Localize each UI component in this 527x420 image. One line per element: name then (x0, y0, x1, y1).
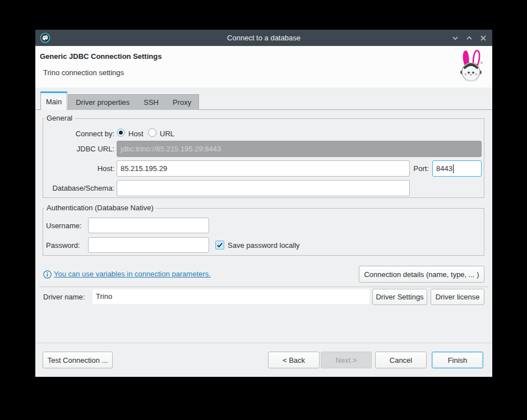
port-input[interactable]: 8443 (432, 160, 482, 177)
back-button[interactable]: < Back (268, 352, 320, 368)
host-label: Host: (46, 164, 114, 173)
window-controls (451, 30, 487, 46)
titlebar[interactable]: Connect to a database (35, 30, 492, 46)
tab-group-inactive: Driver properties SSH Proxy (68, 94, 199, 110)
radio-host[interactable] (117, 128, 125, 137)
minimize-icon[interactable] (451, 34, 459, 42)
connect-dialog: Connect to a database Generic JDBC Conne… (35, 30, 492, 377)
username-label: Username: (46, 221, 82, 230)
tab-proxy[interactable]: Proxy (173, 98, 191, 107)
finish-button[interactable]: Finish (432, 352, 483, 368)
page-title: Generic JDBC Connection Settings (40, 52, 161, 61)
tab-main[interactable]: Main (40, 91, 67, 110)
page-subtitle: Trino connection settings (43, 68, 124, 77)
authentication-group: Authentication (Database Native) Usernam… (43, 208, 484, 256)
radio-host-label[interactable]: Host (128, 130, 144, 138)
connect-by-label: Connect by: (46, 130, 114, 138)
port-label: Port: (408, 164, 429, 173)
separator (35, 343, 492, 343)
driver-settings-button[interactable]: Driver Settings (372, 289, 427, 305)
tab-bar: Main Driver properties SSH Proxy (40, 91, 199, 110)
jdbc-url-label: JDBC URL: (46, 145, 114, 153)
host-input[interactable] (117, 160, 410, 177)
radio-url[interactable] (148, 128, 156, 137)
separator (39, 287, 488, 287)
password-input[interactable] (88, 237, 209, 253)
desktop-background: Connect to a database Generic JDBC Conne… (0, 0, 527, 420)
wizard-header: Generic JDBC Connection Settings Trino c… (35, 46, 492, 87)
maximize-icon[interactable] (465, 34, 473, 42)
cancel-button[interactable]: Cancel (375, 352, 427, 368)
username-input[interactable] (88, 218, 209, 233)
next-button: Next > (321, 352, 372, 368)
test-connection-button[interactable]: Test Connection ... (43, 352, 113, 368)
general-legend: General (44, 114, 75, 122)
info-icon (43, 270, 52, 279)
check-icon (216, 242, 223, 248)
database-label: Database/Schema: (46, 184, 114, 192)
driver-name-label: Driver name: (43, 293, 85, 301)
close-icon[interactable] (479, 34, 487, 42)
driver-name-field: Trino (93, 289, 369, 304)
driver-license-button[interactable]: Driver license (431, 289, 484, 305)
variables-link[interactable]: You can use variables in connection para… (54, 270, 211, 278)
connection-details-button[interactable]: Connection details (name, type, ... ) (359, 266, 484, 283)
text-caret (453, 164, 454, 173)
jdbc-url-field: jdbc:trino://85.215.195.29:8443 (117, 141, 482, 157)
authentication-legend: Authentication (Database Native) (44, 204, 156, 212)
radio-url-label[interactable]: URL (160, 130, 174, 138)
tab-driver-properties[interactable]: Driver properties (76, 98, 130, 107)
save-password-label[interactable]: Save password locally (228, 241, 300, 250)
database-input[interactable] (117, 180, 410, 196)
password-label: Password: (46, 241, 80, 250)
window-title: Connect to a database (35, 30, 492, 46)
tab-ssh[interactable]: SSH (144, 98, 159, 107)
save-password-checkbox[interactable] (215, 241, 224, 250)
general-group: General Connect by: Host URL JDBC URL: j… (43, 118, 484, 198)
trino-bunny-icon (456, 49, 486, 85)
